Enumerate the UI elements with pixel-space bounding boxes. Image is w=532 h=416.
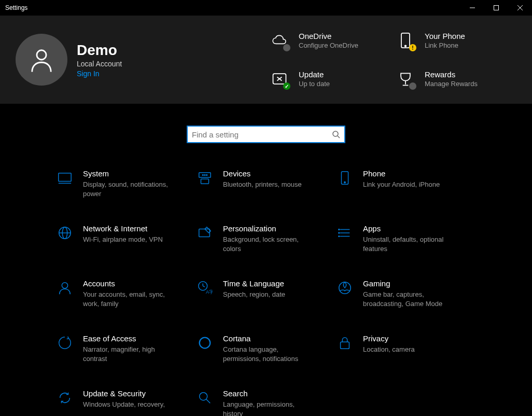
- category-sub: Windows Update, recovery,: [83, 400, 165, 409]
- category-sub: Wi-Fi, airplane mode, VPN: [83, 235, 163, 244]
- tile-update[interactable]: ✓ Update Up to date: [270, 64, 375, 93]
- rewards-icon: [396, 69, 415, 89]
- category-sub: Uninstall, defaults, optional features: [363, 235, 451, 253]
- category-label: Update & Security: [83, 389, 165, 398]
- category-grid: System Display, sound, notifications, po…: [0, 160, 532, 416]
- tile-sub: Configure OneDrive: [299, 41, 358, 49]
- category-network[interactable]: Network & Internet Wi-Fi, airplane mode,…: [56, 224, 196, 253]
- svg-rect-1: [494, 6, 499, 10]
- personalization-icon: [196, 225, 214, 243]
- category-apps[interactable]: Apps Uninstall, defaults, optional featu…: [336, 224, 476, 253]
- time-language-icon: A字: [196, 280, 214, 298]
- category-label: Time & Language: [223, 279, 285, 288]
- account-type: Local Account: [77, 60, 122, 68]
- svg-point-15: [204, 174, 205, 175]
- category-personalization[interactable]: Personalization Background, lock screen,…: [196, 224, 336, 253]
- svg-point-14: [202, 174, 203, 175]
- svg-point-27: [339, 232, 340, 233]
- tile-sub: Manage Rewards: [425, 80, 478, 88]
- onedrive-icon: [270, 31, 289, 50]
- accounts-icon: [56, 280, 74, 298]
- apps-icon: [336, 225, 354, 243]
- tile-label: Update: [299, 70, 330, 79]
- category-sub: Narrator, magnifier, high contrast: [83, 345, 171, 363]
- category-phone[interactable]: Phone Link your Android, iPhone: [336, 169, 476, 198]
- header: Demo Local Account Sign In OneDrive Conf…: [0, 16, 532, 104]
- svg-rect-10: [59, 173, 71, 182]
- svg-line-32: [203, 286, 205, 287]
- tile-onedrive[interactable]: OneDrive Configure OneDrive: [270, 26, 375, 55]
- update-icon: ✓: [270, 69, 289, 89]
- tile-label: OneDrive: [299, 32, 358, 40]
- titlebar: Settings: [0, 0, 532, 16]
- signin-link[interactable]: Sign In: [77, 70, 122, 78]
- tile-sub: Link Phone: [425, 41, 465, 49]
- gaming-icon: [336, 280, 354, 298]
- update-security-icon: [56, 390, 74, 408]
- window-title: Settings: [5, 4, 27, 11]
- svg-line-9: [338, 136, 340, 138]
- status-dot-grey: [283, 44, 290, 51]
- svg-point-4: [37, 50, 46, 60]
- lock-icon: [336, 335, 354, 353]
- category-updatesec[interactable]: Update & Security Windows Update, recove…: [56, 389, 196, 416]
- svg-point-18: [344, 182, 345, 183]
- phone-icon: [336, 170, 354, 188]
- category-label: System: [83, 169, 171, 178]
- svg-point-26: [339, 229, 340, 230]
- search-input[interactable]: [192, 130, 332, 139]
- category-sub: Cortana language, permissions, notificat…: [223, 345, 311, 363]
- category-label: Phone: [363, 169, 440, 178]
- search-wrapper: [0, 104, 532, 160]
- svg-point-28: [339, 236, 340, 237]
- phone-icon: !: [396, 31, 415, 50]
- category-sub: Your accounts, email, sync, work, family: [83, 290, 171, 308]
- category-sub: Game bar, captures, broadcasting, Game M…: [363, 290, 451, 308]
- account-name: Demo: [77, 42, 122, 59]
- category-gaming[interactable]: Gaming Game bar, captures, broadcasting,…: [336, 279, 476, 308]
- tile-label: Rewards: [425, 70, 478, 79]
- category-sub: Bluetooth, printers, mouse: [223, 180, 302, 189]
- svg-rect-36: [341, 342, 349, 349]
- window-controls: [460, 0, 532, 16]
- svg-rect-22: [199, 229, 210, 237]
- category-privacy[interactable]: Privacy Location, camera: [336, 334, 476, 363]
- svg-text:A字: A字: [206, 289, 213, 295]
- devices-icon: [196, 170, 214, 188]
- search-box[interactable]: [187, 126, 345, 143]
- svg-point-37: [200, 393, 207, 400]
- category-accounts[interactable]: Accounts Your accounts, email, sync, wor…: [56, 279, 196, 308]
- tile-yourphone[interactable]: ! Your Phone Link Phone: [396, 26, 501, 55]
- status-dot-grey: [409, 82, 416, 90]
- tile-sub: Up to date: [299, 80, 330, 88]
- category-label: Search: [223, 389, 311, 398]
- system-icon: [56, 170, 74, 188]
- minimize-button[interactable]: [460, 0, 484, 16]
- close-button[interactable]: [508, 0, 532, 16]
- category-cortana[interactable]: Cortana Cortana language, permissions, n…: [196, 334, 336, 363]
- tile-rewards[interactable]: Rewards Manage Rewards: [396, 64, 501, 93]
- category-sub: Language, permissions, history: [223, 400, 311, 416]
- svg-point-8: [333, 131, 338, 136]
- category-label: Apps: [363, 224, 451, 233]
- avatar[interactable]: [16, 34, 67, 86]
- header-tiles: OneDrive Configure OneDrive ! Your Phone…: [239, 26, 501, 93]
- svg-point-35: [200, 338, 211, 349]
- ease-icon: [56, 335, 74, 353]
- category-search[interactable]: Search Language, permissions, history: [196, 389, 336, 416]
- status-dot-warning: !: [409, 44, 416, 51]
- svg-point-16: [206, 174, 207, 175]
- tile-label: Your Phone: [425, 32, 465, 40]
- category-timelang[interactable]: A字 Time & Language Speech, region, date: [196, 279, 336, 308]
- status-dot-ok: ✓: [283, 82, 290, 90]
- category-devices[interactable]: Devices Bluetooth, printers, mouse: [196, 169, 336, 198]
- account-text: Demo Local Account Sign In: [77, 42, 122, 78]
- category-system[interactable]: System Display, sound, notifications, po…: [56, 169, 196, 198]
- category-ease[interactable]: Ease of Access Narrator, magnifier, high…: [56, 334, 196, 363]
- category-label: Devices: [223, 169, 302, 178]
- globe-icon: [56, 225, 74, 243]
- category-sub: Speech, region, date: [223, 290, 285, 299]
- category-label: Gaming: [363, 279, 451, 288]
- svg-rect-13: [201, 179, 209, 184]
- maximize-button[interactable]: [484, 0, 508, 16]
